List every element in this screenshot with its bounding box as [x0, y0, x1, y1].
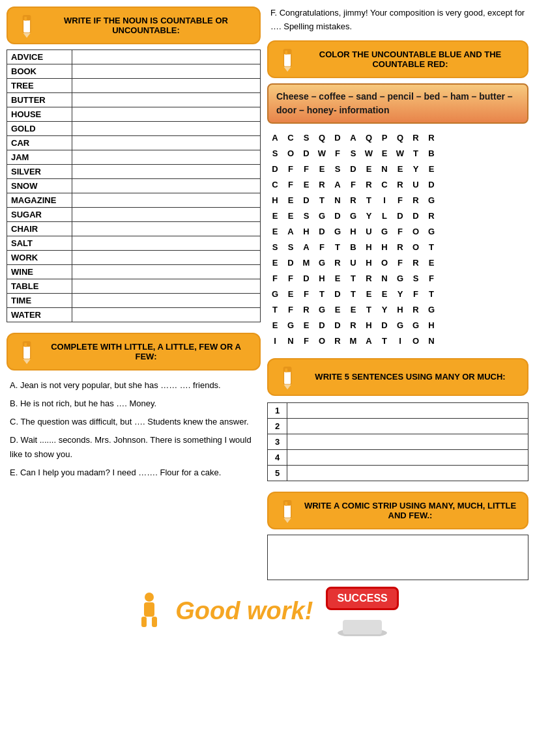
wordsearch-cell: D: [314, 224, 330, 240]
wordsearch-cell: Q: [392, 130, 408, 146]
wordsearch-cell: H: [298, 224, 314, 240]
wordsearch-cell: S: [345, 146, 361, 161]
noun-answer[interactable]: [72, 93, 261, 107]
wordsearch-cell: W: [314, 146, 330, 161]
sentence-write[interactable]: [287, 402, 528, 418]
wordsearch-cell: A: [298, 240, 314, 255]
wordsearch-cell: D: [314, 318, 330, 333]
wordsearch-cell: R: [345, 193, 361, 208]
noun-answer[interactable]: [72, 50, 261, 64]
noun-label: GOLD: [7, 122, 72, 136]
sentence-number: 1: [268, 402, 287, 418]
sentence-number: 3: [268, 434, 287, 449]
sentence-item: C. The question was difficult, but …. St…: [10, 415, 257, 429]
wordsearch-cell: E: [298, 177, 314, 193]
wordsearch-cell: R: [424, 208, 439, 224]
wordsearch-cell: F: [283, 302, 298, 318]
sentence-write[interactable]: [287, 434, 528, 449]
sentence-write[interactable]: [287, 418, 528, 434]
sentence-write[interactable]: [287, 465, 528, 481]
noun-label: CHAIR: [7, 222, 72, 236]
noun-answer[interactable]: [72, 107, 261, 122]
wordsearch-cell: I: [392, 333, 408, 349]
wordsearch-cell: R: [424, 130, 439, 146]
wordsearch-cell: R: [408, 193, 424, 208]
wordsearch-cell: F: [330, 146, 345, 161]
svg-rect-11: [285, 50, 287, 54]
wordsearch-cell: S: [283, 240, 298, 255]
svg-rect-7: [24, 343, 27, 347]
wordsearch-cell: T: [345, 271, 361, 287]
color-words-box: Cheese – coffee – sand – pencil – bed – …: [267, 83, 528, 124]
wordsearch-cell: E: [424, 255, 439, 271]
wordsearch-cell: F: [345, 177, 361, 193]
wordsearch-cell: F: [392, 255, 408, 271]
wordsearch-cell: A: [330, 177, 345, 193]
wordsearch-cell: E: [283, 208, 298, 224]
sentences-table: 12345: [267, 402, 528, 481]
section-c-title: COLOR THE UNCOUNTABLE BLUE AND THE COUNT…: [301, 49, 519, 69]
wordsearch-cell: G: [392, 318, 408, 333]
section-d-header: WRITE 5 SENTENCES USING MANY OR MUCH:: [267, 358, 528, 396]
wordsearch-cell: R: [330, 333, 345, 349]
noun-answer[interactable]: [72, 79, 261, 93]
wordsearch-cell: S: [267, 146, 283, 161]
noun-answer[interactable]: [72, 251, 261, 265]
noun-answer[interactable]: [72, 150, 261, 165]
noun-answer[interactable]: [72, 64, 261, 79]
noun-answer[interactable]: [72, 222, 261, 236]
wordsearch-cell: D: [408, 208, 424, 224]
svg-marker-14: [283, 384, 291, 389]
wordsearch-cell: Q: [361, 130, 377, 146]
wordsearch-cell: I: [267, 333, 283, 349]
section-d-title: WRITE 5 SENTENCES USING MANY OR MUCH:: [301, 372, 519, 382]
wordsearch-cell: E: [361, 287, 377, 302]
noun-answer[interactable]: [72, 308, 261, 322]
noun-answer[interactable]: [72, 136, 261, 150]
sentence-item: B. He is not rich, but he has …. Money.: [10, 397, 257, 411]
svg-rect-3: [24, 17, 27, 21]
wordsearch-cell: T: [314, 193, 330, 208]
wordsearch-cell: Q: [314, 130, 330, 146]
wordsearch-cell: E: [377, 287, 392, 302]
wordsearch-cell: S: [298, 130, 314, 146]
wordsearch-cell: D: [392, 208, 408, 224]
noun-answer[interactable]: [72, 122, 261, 136]
wordsearch-cell: G: [330, 224, 345, 240]
wordsearch-cell: D: [330, 130, 345, 146]
wordsearch-cell: R: [392, 240, 408, 255]
wordsearch-cell: R: [392, 177, 408, 193]
sentence-item: D. Wait ....... seconds. Mrs. Johnson. T…: [10, 433, 257, 462]
wordsearch-cell: H: [361, 240, 377, 255]
wordsearch-cell: O: [314, 333, 330, 349]
noun-label: SALT: [7, 236, 72, 251]
wordsearch-cell: I: [377, 193, 392, 208]
noun-answer[interactable]: [72, 165, 261, 179]
section-b-content: A. Jean is not very popular, but she has…: [7, 378, 261, 481]
noun-label: BUTTER: [7, 93, 72, 107]
sentence-number: 4: [268, 449, 287, 465]
wordsearch-cell: T: [408, 146, 424, 161]
wordsearch-cell: E: [314, 161, 330, 177]
noun-answer[interactable]: [72, 279, 261, 294]
wordsearch-cell: W: [392, 146, 408, 161]
wordsearch-cell: D: [330, 208, 345, 224]
wordsearch-cell: E: [330, 302, 345, 318]
wordsearch-cell: Y: [377, 302, 392, 318]
noun-answer[interactable]: [72, 193, 261, 208]
noun-label: JAM: [7, 150, 72, 165]
wordsearch-cell: S: [330, 161, 345, 177]
wordsearch-cell: N: [283, 333, 298, 349]
noun-answer[interactable]: [72, 236, 261, 251]
noun-answer[interactable]: [72, 265, 261, 279]
noun-answer[interactable]: [72, 179, 261, 193]
noun-answer[interactable]: [72, 208, 261, 222]
wordsearch-cell: C: [377, 177, 392, 193]
wordsearch-cell: D: [345, 161, 361, 177]
wordsearch-cell: Y: [408, 161, 424, 177]
sentence-item: A. Jean is not very popular, but she has…: [10, 378, 257, 393]
noun-answer[interactable]: [72, 294, 261, 308]
noun-label: ADVICE: [7, 50, 72, 64]
sentence-write[interactable]: [287, 449, 528, 465]
wordsearch-cell: G: [424, 224, 439, 240]
